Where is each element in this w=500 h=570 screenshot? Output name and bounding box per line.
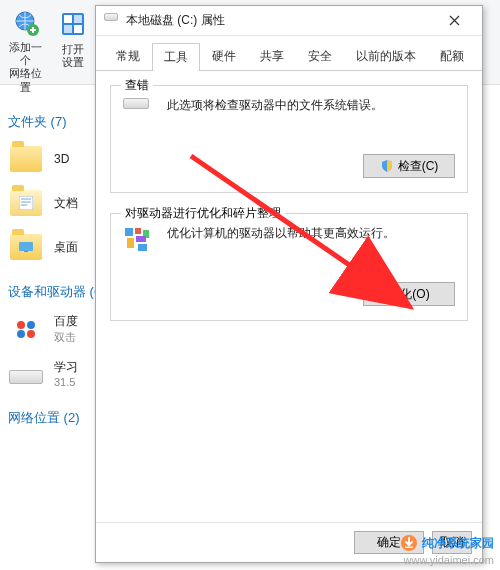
titlebar[interactable]: 本地磁盘 (C:) 属性 xyxy=(96,6,482,36)
svg-rect-4 xyxy=(74,15,82,23)
svg-rect-14 xyxy=(125,228,133,236)
baidu-icon xyxy=(8,311,44,347)
svg-point-10 xyxy=(17,321,25,329)
tab-strip: 常规 工具 硬件 共享 安全 以前的版本 配额 xyxy=(96,36,482,71)
drive-icon xyxy=(123,98,155,130)
watermark-url: www.yidaimei.com xyxy=(404,554,494,566)
svg-rect-9 xyxy=(24,251,28,252)
optimize-button[interactable]: 优化(O) xyxy=(363,282,455,306)
ribbon-open-settings[interactable]: 打开 设置 xyxy=(52,8,94,84)
tab-sharing[interactable]: 共享 xyxy=(248,42,296,70)
svg-rect-15 xyxy=(135,228,141,234)
optimize-group: 对驱动器进行优化和碎片整理 优化计算机的驱动器以帮助其更高效运行。 优化(O) xyxy=(110,213,468,321)
tab-tools[interactable]: 工具 xyxy=(152,43,200,71)
folder-icon xyxy=(8,229,44,265)
svg-rect-22 xyxy=(405,547,413,549)
close-icon xyxy=(449,15,460,26)
folder-icon xyxy=(8,185,44,221)
svg-rect-19 xyxy=(138,244,147,251)
svg-rect-5 xyxy=(64,25,72,33)
svg-rect-18 xyxy=(136,236,146,242)
tab-hardware[interactable]: 硬件 xyxy=(200,42,248,70)
properties-dialog: 本地磁盘 (C:) 属性 常规 工具 硬件 共享 安全 以前的版本 配额 查错 … xyxy=(95,5,483,563)
svg-rect-6 xyxy=(74,25,82,33)
svg-rect-17 xyxy=(127,238,134,248)
dialog-title: 本地磁盘 (C:) 属性 xyxy=(126,12,434,29)
network-location-icon xyxy=(9,8,41,38)
tab-previous[interactable]: 以前的版本 xyxy=(344,42,428,70)
folder-icon xyxy=(8,141,44,177)
ribbon-add-network[interactable]: 添加一个 网络位置 xyxy=(4,8,46,84)
svg-rect-7 xyxy=(19,196,33,210)
ribbon-label: 添加一个 网络位置 xyxy=(4,41,46,94)
shield-icon xyxy=(380,159,394,173)
tab-quota[interactable]: 配额 xyxy=(428,42,476,70)
close-button[interactable] xyxy=(434,7,474,35)
svg-point-12 xyxy=(17,330,25,338)
group-legend: 对驱动器进行优化和碎片整理 xyxy=(121,205,285,222)
tab-general[interactable]: 常规 xyxy=(104,42,152,70)
tab-security[interactable]: 安全 xyxy=(296,42,344,70)
ribbon-label: 打开 设置 xyxy=(62,43,84,69)
brand-badge: 纯净系统家园 xyxy=(400,534,494,552)
svg-point-11 xyxy=(27,321,35,329)
tab-body: 查错 此选项将检查驱动器中的文件系统错误。 检查(C) 对驱动器进行优化和碎片整… xyxy=(96,71,482,522)
svg-point-13 xyxy=(27,330,35,338)
settings-icon xyxy=(57,8,89,40)
group-legend: 查错 xyxy=(121,77,153,94)
drive-icon xyxy=(8,355,44,391)
brand-icon xyxy=(400,534,418,552)
drive-icon xyxy=(104,13,120,29)
defrag-icon xyxy=(123,226,155,258)
check-button[interactable]: 检查(C) xyxy=(363,154,455,178)
svg-rect-8 xyxy=(19,242,33,251)
svg-rect-3 xyxy=(64,15,72,23)
error-check-group: 查错 此选项将检查驱动器中的文件系统错误。 检查(C) xyxy=(110,85,468,193)
group-description: 此选项将检查驱动器中的文件系统错误。 xyxy=(167,96,383,115)
group-description: 优化计算机的驱动器以帮助其更高效运行。 xyxy=(167,224,395,243)
